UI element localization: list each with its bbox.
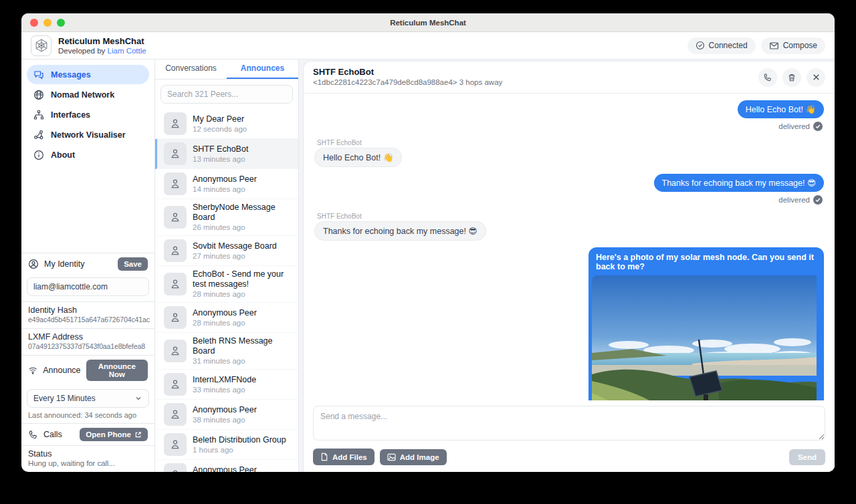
status-label: Status [28,449,148,459]
chat-icon [33,70,44,80]
announce-label: Announce [43,366,80,375]
person-icon [169,178,181,190]
person-icon [169,345,181,357]
peer-list-item[interactable]: InternLXMFNode 33 minutes ago [155,370,298,400]
person-circle-icon [28,259,39,269]
peers-tabs: ConversationsAnnounces [155,59,298,80]
save-button[interactable]: Save [118,257,148,271]
compose-button[interactable]: Compose [761,37,825,54]
peer-list-item[interactable]: Beleth RNS Message Board 31 minutes ago [155,333,298,370]
lxmf-address-block: LXMF Address 07a4912375337d7543f0aa1e8bf… [21,328,154,355]
sidebar: Messages Nomad Network Interfaces Networ… [21,59,155,472]
sidebar-item-interfaces[interactable]: Interfaces [27,105,149,124]
sidebar-item-about[interactable]: About [27,145,149,164]
person-icon [169,469,181,472]
composer: Add Files Add Image Send [304,400,835,472]
delivered-check-icon [813,195,823,205]
avatar [164,433,187,456]
tab-announces[interactable]: Announces [227,59,298,79]
identity-hash-label: Identity Hash [28,305,148,315]
avatar [164,112,187,135]
avatar [164,172,187,195]
message-list: Hello Echo Bot! 👋deliveredSHTF EchoBotHe… [304,94,835,400]
file-icon [320,453,328,461]
globe-icon [33,90,44,100]
chat-peer-name: SHTF EchoBot [313,67,502,78]
person-icon [169,148,181,160]
interfaces-icon [33,110,44,120]
close-chat-button[interactable] [807,68,825,87]
outgoing-photo-message: Here's a photo of my solar mesh node. Ca… [588,247,824,400]
send-button[interactable]: Send [789,449,825,465]
identity-hash-block: Identity Hash e49ac4d5b451715a647a672670… [21,301,154,328]
add-files-button[interactable]: Add Files [313,449,374,465]
status-value: Hung up, waiting for call... [28,459,148,467]
chat-card: SHTF EchoBot <1dbc2281c4223c7a479de8cd8a… [303,61,835,472]
person-icon [169,438,181,451]
announce-interval-value: Every 15 Minutes [33,394,134,403]
peer-list-item[interactable]: Anonymous Peer 38 minutes ago [155,400,298,430]
peer-list-item[interactable]: Sovbit Message Board 27 minutes ago [155,236,298,266]
phone-icon [28,430,38,440]
add-image-button[interactable]: Add Image [380,449,447,465]
sidebar-item-network-visualiser[interactable]: Network Visualiser [27,125,149,144]
calls-label: Calls [43,430,74,439]
open-phone-button[interactable]: Open Phone [80,428,148,441]
person-icon [169,118,181,130]
message-text: Here's a photo of my solar mesh node. Ca… [592,251,821,275]
mesh-logo-icon [33,37,49,53]
search-peers-input[interactable] [160,85,293,104]
sidebar-nav: Messages Nomad Network Interfaces Networ… [21,59,154,165]
person-icon [169,245,181,257]
peer-list-item[interactable]: Anonymous Peer 28 minutes ago [155,303,298,333]
check-circle-icon [696,41,705,50]
peer-list-item[interactable]: Anonymous Peer 14 minutes ago [155,169,298,199]
peer-list: My Dear Peer 12 seconds ago SHTF EchoBot… [155,109,298,472]
solar-mesh-node-photo[interactable] [592,275,817,400]
image-icon [387,453,396,461]
my-identity-label: My Identity [44,259,112,269]
announce-now-button[interactable]: Announce Now [86,360,148,381]
announce-interval-select[interactable]: Every 15 Minutes [27,389,149,408]
peer-list-item[interactable]: My Dear Peer 12 seconds ago [155,109,298,139]
delivered-check-icon [813,122,823,131]
identity-name-input[interactable] [27,277,149,296]
peer-list-item[interactable]: SherbyNode Message Board 26 minutes ago [155,199,298,236]
phone-icon [763,73,772,82]
app-title-block: Reticulum MeshChat Developed by Liam Cot… [58,36,146,55]
lxmf-address-label: LXMF Address [28,332,148,342]
sidebar-item-nomad-network[interactable]: Nomad Network [27,85,149,104]
app-subtitle: Developed by Liam Cottle [58,46,146,55]
connected-status-badge: Connected [687,37,756,54]
message-input[interactable] [313,406,825,440]
peers-panel: ConversationsAnnounces My Dear Peer 12 s… [155,59,299,472]
peer-list-item[interactable]: Beleth Distribution Group 1 hours ago [155,430,298,460]
avatar [164,463,187,472]
peer-list-item[interactable]: EchoBot - Send me your test messages! 28… [155,266,298,303]
developer-link[interactable]: Liam Cottle [108,47,146,55]
person-icon [169,211,181,223]
app-logo [31,35,51,56]
chevron-down-icon [134,394,142,402]
trash-icon [787,73,796,82]
tab-conversations[interactable]: Conversations [155,59,227,79]
avatar [164,403,187,426]
identity-hash-value: e49ac4d5b451715a647a6726704c41ac [28,316,148,324]
avatar [164,142,187,165]
app-title: Reticulum MeshChat [58,36,146,46]
avatar [164,206,187,229]
delivery-status: delivered [778,122,823,131]
announce-row: Announce Announce Now [21,355,154,385]
avatar [164,273,187,295]
call-peer-button[interactable] [758,68,777,87]
delete-conversation-button[interactable] [782,68,801,87]
identity-panel: My Identity Save Identity Hash e49ac4d5b… [21,253,154,472]
info-icon [33,150,44,160]
peer-list-item[interactable]: SHTF EchoBot 13 minutes ago [155,139,298,169]
sender-label: SHTF EchoBot [317,139,362,146]
peer-list-item[interactable]: Anonymous Peer 1 hours ago [155,460,298,472]
sender-label: SHTF EchoBot [317,213,362,220]
avatar [164,239,187,262]
sidebar-item-messages[interactable]: Messages [27,65,149,84]
chat-peer-address: <1dbc2281c4223c7a479de8cd8a988ae4> 3 hop… [313,78,502,88]
